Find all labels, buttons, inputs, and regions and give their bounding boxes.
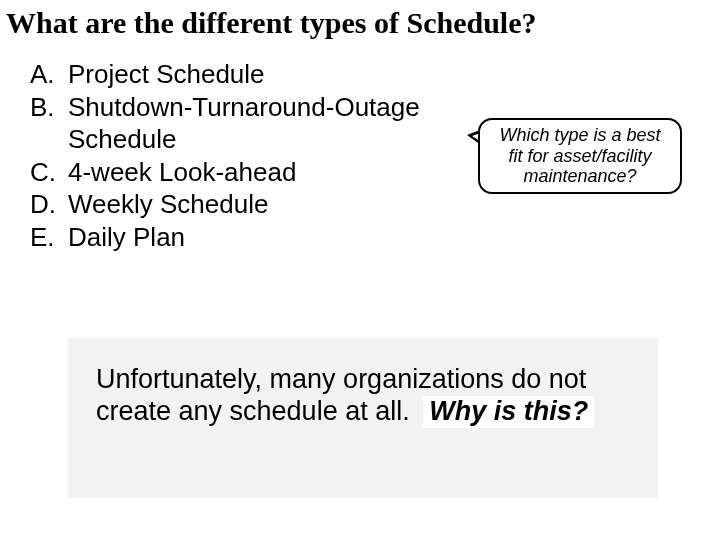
bottom-line1: Unfortunately, many organizations do not [96,364,586,394]
list-text: Weekly Schedule [68,188,268,221]
schedule-type-list: A. Project Schedule B. Shutdown-Turnarou… [30,58,450,253]
list-text: Shutdown-Turnaround-Outage Schedule [68,91,450,156]
list-marker: C. [30,156,68,189]
list-item: B. Shutdown-Turnaround-Outage Schedule [30,91,450,156]
slide: What are the different types of Schedule… [0,0,720,540]
list-item: E. Daily Plan [30,221,450,254]
list-text: 4-week Look-ahead [68,156,296,189]
list-marker: D. [30,188,68,221]
list-item: A. Project Schedule [30,58,450,91]
list-item: D. Weekly Schedule [30,188,450,221]
bottom-note-text: Unfortunately, many organizations do not… [96,364,630,428]
list-marker: A. [30,58,68,91]
list-item: C. 4-week Look-ahead [30,156,450,189]
bottom-note-box: Unfortunately, many organizations do not… [68,338,658,498]
list-text: Project Schedule [68,58,265,91]
callout-text: Which type is a best fit for asset/facil… [490,125,670,187]
bottom-line2-prefix: create any schedule at all. [96,396,410,426]
why-question: Why is this? [423,396,594,428]
list-marker: B. [30,91,68,156]
list-marker: E. [30,221,68,254]
callout-bubble: Which type is a best fit for asset/facil… [478,118,682,194]
list-text: Daily Plan [68,221,185,254]
slide-title: What are the different types of Schedule… [6,6,537,39]
